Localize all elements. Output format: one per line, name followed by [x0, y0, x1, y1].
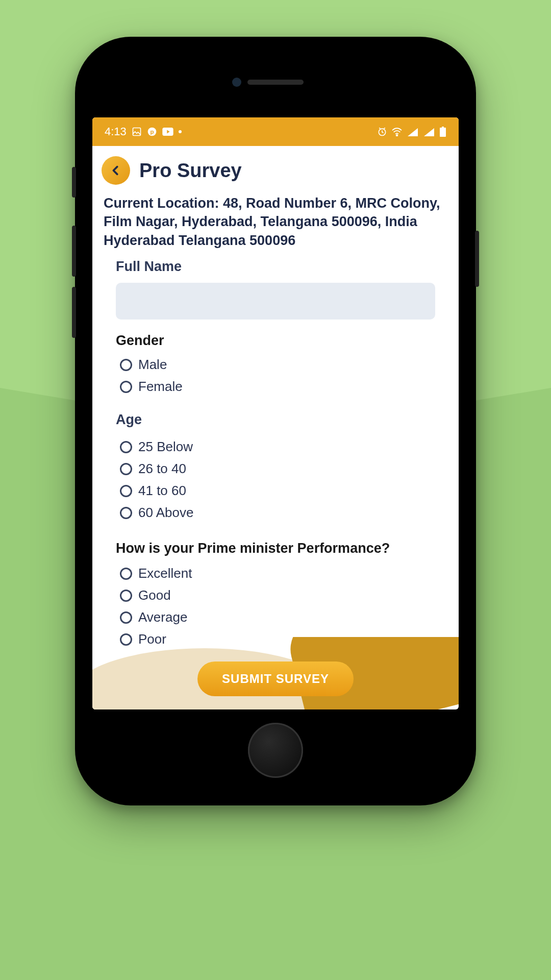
radio-label: Excellent — [138, 566, 192, 581]
svg-rect-8 — [440, 128, 446, 137]
radio-gender-female[interactable]: Female — [120, 376, 435, 398]
youtube-icon — [162, 128, 173, 136]
svg-rect-0 — [133, 128, 140, 136]
radio-pm-average[interactable]: Average — [120, 606, 435, 628]
alarm-icon — [377, 127, 387, 137]
gender-options: Male Female — [116, 354, 435, 398]
back-button[interactable] — [102, 156, 130, 185]
current-location-text: Current Location: 48, Road Number 6, MRC… — [104, 194, 447, 250]
radio-pm-good[interactable]: Good — [120, 584, 435, 606]
svg-point-6 — [396, 135, 398, 136]
radio-label: Female — [138, 379, 183, 395]
call-signal-2-icon — [423, 127, 435, 136]
footer-wave-area: SUBMIT SURVEY — [92, 637, 459, 709]
radio-icon — [120, 590, 132, 602]
age-options: 25 Below 26 to 40 41 to 60 60 Above — [116, 436, 435, 524]
radio-label: 41 to 60 — [138, 483, 186, 499]
radio-icon — [120, 485, 132, 497]
phone-camera — [232, 78, 241, 87]
status-time: 4:13 — [105, 125, 127, 138]
phone-speaker — [247, 80, 304, 85]
page-title: Pro Survey — [139, 160, 242, 182]
radio-label: 26 to 40 — [138, 461, 186, 477]
battery-icon — [439, 127, 446, 137]
phone-frame: 4:13 p — [75, 37, 476, 805]
page-header: Pro Survey — [92, 146, 459, 191]
full-name-input[interactable] — [116, 283, 435, 320]
radio-label: 25 Below — [138, 439, 193, 455]
full-name-label: Full Name — [116, 259, 435, 275]
radio-icon — [120, 381, 132, 393]
radio-label: Good — [138, 587, 171, 603]
radio-icon — [120, 507, 132, 519]
phone-side-button — [72, 287, 76, 338]
status-left: 4:13 p — [105, 125, 182, 138]
phone-side-button — [72, 226, 76, 277]
pm-performance-label: How is your Prime minister Performance? — [116, 540, 435, 557]
gender-label: Gender — [116, 333, 435, 349]
status-right — [377, 127, 446, 137]
radio-gender-male[interactable]: Male — [120, 354, 435, 376]
svg-rect-7 — [442, 127, 444, 128]
status-bar: 4:13 p — [92, 117, 459, 146]
radio-pm-excellent[interactable]: Excellent — [120, 562, 435, 584]
chevron-left-icon — [110, 165, 121, 176]
phone-side-button — [475, 231, 479, 287]
age-label: Age — [116, 412, 435, 428]
wifi-icon — [391, 127, 403, 136]
survey-form: Full Name Gender Male Female Age — [104, 259, 447, 650]
radio-age-41-60[interactable]: 41 to 60 — [120, 480, 435, 502]
dot-icon — [179, 130, 182, 133]
screen: 4:13 p — [92, 117, 459, 709]
content: Current Location: 48, Road Number 6, MRC… — [92, 191, 459, 650]
radio-icon — [120, 568, 132, 580]
radio-icon — [120, 611, 132, 624]
radio-icon — [120, 463, 132, 475]
call-signal-1-icon — [407, 127, 419, 136]
radio-age-26-40[interactable]: 26 to 40 — [120, 458, 435, 480]
image-icon — [132, 127, 142, 137]
radio-icon — [120, 359, 132, 371]
app-p-icon: p — [147, 127, 157, 137]
radio-label: Male — [138, 357, 167, 373]
phone-bezel: 4:13 p — [84, 46, 467, 796]
svg-point-4 — [179, 130, 182, 133]
svg-text:p: p — [150, 128, 154, 135]
radio-label: Average — [138, 609, 187, 625]
submit-survey-button[interactable]: SUBMIT SURVEY — [197, 662, 354, 696]
radio-age-25-below[interactable]: 25 Below — [120, 436, 435, 458]
radio-icon — [120, 441, 132, 453]
radio-age-60-above[interactable]: 60 Above — [120, 502, 435, 524]
phone-side-button — [72, 167, 76, 198]
home-button[interactable] — [248, 723, 303, 778]
radio-label: 60 Above — [138, 505, 193, 521]
